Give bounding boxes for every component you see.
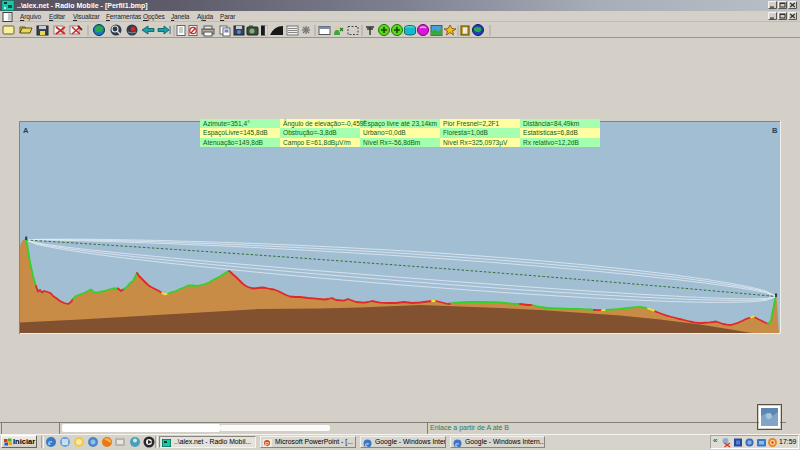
svg-text:B: B: [772, 126, 778, 135]
svg-text:P: P: [265, 441, 269, 447]
svg-text:e: e: [455, 440, 459, 449]
svg-text:e: e: [48, 437, 52, 447]
svg-text:A: A: [23, 126, 29, 135]
svg-text:e: e: [365, 440, 369, 449]
